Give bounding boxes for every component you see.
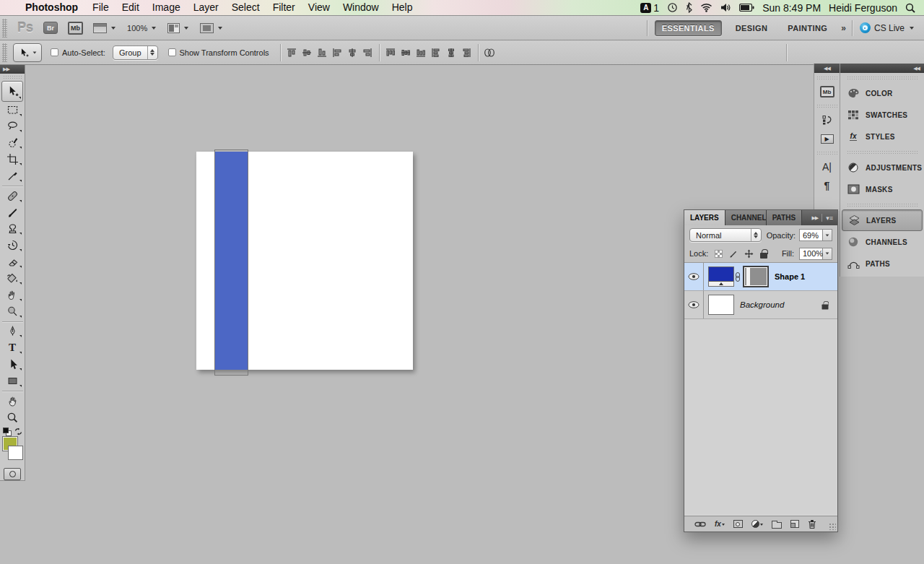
layers-panel-button[interactable]: LAYERS <box>842 209 923 231</box>
appbar-gripper[interactable] <box>2 19 7 38</box>
cs-live-button[interactable]: CS Live <box>860 22 914 33</box>
paragraph-panel-button[interactable]: ¶ <box>814 176 840 195</box>
launch-bridge-button[interactable]: Br <box>43 22 58 34</box>
menu-file[interactable]: File <box>86 0 116 16</box>
background-color-swatch[interactable] <box>9 446 22 459</box>
panel-resize-grip[interactable] <box>829 523 836 530</box>
menu-edit[interactable]: Edit <box>116 0 146 16</box>
actions-panel-button[interactable]: ▶ <box>814 129 840 148</box>
dock-gripper[interactable] <box>840 73 924 82</box>
layer-style-button[interactable]: fx <box>715 520 725 528</box>
dock-gripper[interactable] <box>814 101 840 110</box>
dock-gripper[interactable] <box>814 73 840 82</box>
spot-healing-brush-tool[interactable] <box>1 188 23 204</box>
lasso-tool[interactable] <box>1 118 23 135</box>
new-layer-button[interactable] <box>790 520 799 528</box>
auto-select-mode-dropdown[interactable]: Group <box>113 45 158 60</box>
lock-image-pixels-button[interactable] <box>728 249 738 259</box>
bluetooth-icon[interactable] <box>686 2 692 13</box>
menu-image[interactable]: Image <box>146 0 187 16</box>
dock-collapse-button[interactable]: ◀◀ <box>814 64 840 73</box>
menu-select[interactable]: Select <box>225 0 266 16</box>
layer-row-background[interactable]: Background <box>684 291 837 319</box>
distribute-horizontal-centers-button[interactable] <box>444 44 459 61</box>
add-layer-mask-button[interactable] <box>733 520 743 528</box>
dodge-tool[interactable] <box>1 303 23 320</box>
rectangular-marquee-tool[interactable] <box>1 102 23 118</box>
crop-tool[interactable] <box>1 151 23 168</box>
panel-menu-icon[interactable]: ▾≡ <box>826 214 833 222</box>
workspace-painting-button[interactable]: PAINTING <box>781 21 834 35</box>
workspace-design-button[interactable]: DESIGN <box>729 21 775 35</box>
battery-icon[interactable] <box>739 4 754 12</box>
tab-channels[interactable]: CHANNELS <box>725 210 767 225</box>
layer-name[interactable]: Shape 1 <box>775 272 805 281</box>
dock-gripper[interactable] <box>814 148 840 157</box>
color-panel-button[interactable]: COLOR <box>840 82 924 104</box>
path-selection-tool[interactable] <box>1 356 23 373</box>
history-panel-button[interactable] <box>814 110 840 129</box>
tab-paths[interactable]: PATHS <box>767 210 802 225</box>
zoom-level-control[interactable]: 100% <box>127 24 156 32</box>
adjustments-panel-button[interactable]: ADJUSTMENTS <box>840 157 924 178</box>
menu-filter[interactable]: Filter <box>266 0 302 16</box>
character-panel-button[interactable]: A| <box>814 157 840 176</box>
mask-link-icon[interactable] <box>736 272 740 282</box>
optionsbar-gripper[interactable] <box>2 43 7 62</box>
quick-mask-mode-button[interactable] <box>4 468 21 480</box>
new-adjustment-layer-button[interactable] <box>751 520 763 528</box>
default-colors-icon[interactable] <box>3 428 12 436</box>
workspace-essentials-button[interactable]: ESSENTIALS <box>655 20 722 36</box>
swap-colors-icon[interactable] <box>14 428 22 437</box>
align-bottom-edges-button[interactable] <box>315 44 330 61</box>
menu-layer[interactable]: Layer <box>187 0 225 16</box>
visibility-toggle[interactable] <box>684 291 704 318</box>
styles-panel-button[interactable]: fx STYLES <box>840 126 924 147</box>
align-left-edges-button[interactable] <box>330 44 345 61</box>
swatches-panel-button[interactable]: SWATCHES <box>840 104 924 126</box>
paths-panel-button[interactable]: PATHS <box>840 253 924 274</box>
smudge-tool[interactable] <box>1 287 23 303</box>
layer-name[interactable]: Background <box>740 300 784 309</box>
opacity-dropdown-icon[interactable] <box>823 229 832 241</box>
distribute-vertical-centers-button[interactable] <box>398 44 414 61</box>
menu-photoshop[interactable]: Photoshop <box>17 0 86 16</box>
layer-row-shape-1[interactable]: Shape 1 <box>684 263 837 291</box>
hand-tool[interactable] <box>1 393 23 409</box>
opacity-value[interactable]: 69% <box>799 229 823 241</box>
opacity-field[interactable]: 69% <box>799 229 832 241</box>
dock-collapse-button[interactable]: ◀◀ <box>840 64 924 73</box>
delete-layer-button[interactable] <box>808 519 816 529</box>
quick-selection-tool[interactable] <box>1 134 23 151</box>
distribute-left-edges-button[interactable] <box>429 44 444 61</box>
view-extras-button[interactable] <box>93 23 116 33</box>
align-top-edges-button[interactable] <box>284 44 300 61</box>
fill-field[interactable]: 100% <box>799 248 832 260</box>
align-horizontal-centers-button[interactable] <box>345 44 360 61</box>
launch-mini-bridge-button[interactable]: Mb <box>68 22 83 35</box>
fill-dropdown-icon[interactable] <box>823 248 832 260</box>
document-canvas[interactable] <box>196 152 413 370</box>
menu-view[interactable]: View <box>302 0 336 16</box>
zoom-tool[interactable] <box>1 409 23 426</box>
clock[interactable]: Sun 8:49 PM <box>762 2 821 14</box>
blend-mode-dropdown[interactable]: Normal <box>689 228 762 242</box>
brush-tool[interactable] <box>1 204 23 221</box>
lock-position-button[interactable] <box>744 249 754 259</box>
dock-gripper[interactable] <box>840 147 924 157</box>
lock-transparent-pixels-button[interactable] <box>713 249 723 259</box>
layer-thumbnail[interactable] <box>708 295 734 315</box>
input-source-menu[interactable]: A 1 <box>640 2 659 14</box>
distribute-right-edges-button[interactable] <box>459 44 474 61</box>
wifi-icon[interactable] <box>700 3 712 12</box>
masks-panel-button[interactable]: MASKS <box>840 178 924 200</box>
fill-value[interactable]: 100% <box>799 248 823 260</box>
gradient-tool[interactable] <box>1 270 23 287</box>
mini-bridge-panel-button[interactable]: Mb <box>814 82 840 101</box>
volume-icon[interactable] <box>720 3 731 12</box>
clone-stamp-tool[interactable] <box>1 221 23 238</box>
menu-help[interactable]: Help <box>385 0 419 16</box>
show-transform-controls-checkbox[interactable] <box>168 48 176 56</box>
type-tool[interactable]: T <box>1 339 23 356</box>
toolbar-gripper[interactable] <box>3 75 22 79</box>
